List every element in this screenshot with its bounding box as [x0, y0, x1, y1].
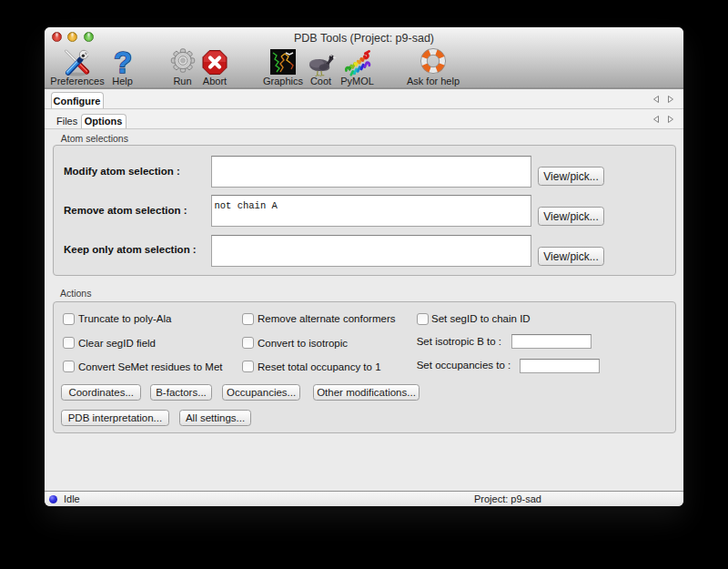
- svg-text:?: ?: [113, 47, 131, 76]
